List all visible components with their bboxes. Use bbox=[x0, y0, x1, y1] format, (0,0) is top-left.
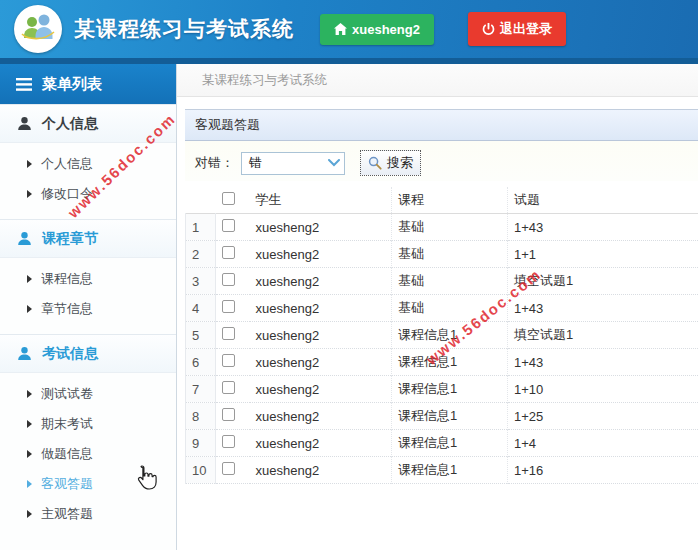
cell-course: 基础 bbox=[392, 268, 508, 295]
cell-question: 填空试题1 bbox=[508, 268, 698, 295]
person-icon bbox=[17, 116, 32, 131]
row-number: 3 bbox=[186, 268, 216, 295]
cell-student: xuesheng2 bbox=[250, 403, 392, 430]
sidebar-section-header-personal[interactable]: 个人信息 bbox=[0, 105, 176, 143]
caret-right-icon bbox=[27, 305, 32, 313]
caret-right-icon bbox=[27, 390, 32, 398]
sidebar-section-course: 课程章节 课程信息 章节信息 bbox=[0, 219, 176, 334]
table-row[interactable]: 6 xuesheng2 课程信息1 1+43 bbox=[186, 349, 698, 376]
sidebar-item-subjective-answers[interactable]: 主观答题 bbox=[0, 499, 176, 529]
row-checkbox[interactable] bbox=[222, 246, 235, 259]
row-number-header bbox=[186, 187, 216, 214]
row-number: 8 bbox=[186, 403, 216, 430]
row-number: 4 bbox=[186, 295, 216, 322]
row-number: 6 bbox=[186, 349, 216, 376]
table-row[interactable]: 2 xuesheng2 基础 1+1 bbox=[186, 241, 698, 268]
cell-student: xuesheng2 bbox=[250, 241, 392, 268]
sidebar-item-objective-answers[interactable]: 客观答题 bbox=[0, 469, 176, 499]
sidebar-item-final-exam[interactable]: 期末考试 bbox=[0, 409, 176, 439]
row-checkbox[interactable] bbox=[222, 300, 235, 313]
section-label: 个人信息 bbox=[42, 115, 98, 133]
row-checkbox[interactable] bbox=[222, 462, 235, 475]
sidebar-section-personal: 个人信息 个人信息 修改口令 bbox=[0, 104, 176, 219]
row-checkbox[interactable] bbox=[222, 435, 235, 448]
cell-question: 1+1 bbox=[508, 241, 698, 268]
home-icon bbox=[334, 23, 347, 35]
table-row[interactable]: 9 xuesheng2 课程信息1 1+4 bbox=[186, 430, 698, 457]
row-number: 9 bbox=[186, 430, 216, 457]
row-checkbox[interactable] bbox=[222, 354, 235, 367]
correctness-select-value: 错 bbox=[249, 154, 262, 172]
sidebar-section-header-exam[interactable]: 考试信息 bbox=[0, 335, 176, 373]
table-row[interactable]: 8 xuesheng2 课程信息1 1+25 bbox=[186, 403, 698, 430]
cell-student: xuesheng2 bbox=[250, 349, 392, 376]
menu-item-label: 做题信息 bbox=[41, 445, 93, 463]
cell-course: 课程信息1 bbox=[392, 403, 508, 430]
sidebar-item-course-info[interactable]: 课程信息 bbox=[0, 264, 176, 294]
cell-student: xuesheng2 bbox=[250, 214, 392, 241]
search-button[interactable]: 搜索 bbox=[360, 150, 421, 176]
cell-question: 1+25 bbox=[508, 403, 698, 430]
caret-right-icon bbox=[27, 275, 32, 283]
caret-right-icon bbox=[27, 450, 32, 458]
row-number: 7 bbox=[186, 376, 216, 403]
row-number: 2 bbox=[186, 241, 216, 268]
sidebar-item-chapter-info[interactable]: 章节信息 bbox=[0, 294, 176, 324]
table-row[interactable]: 7 xuesheng2 课程信息1 1+10 bbox=[186, 376, 698, 403]
menu-list-label: 菜单列表 bbox=[42, 75, 102, 94]
table-row[interactable]: 3 xuesheng2 基础 填空试题1 bbox=[186, 268, 698, 295]
table-row[interactable]: 10 xuesheng2 课程信息1 1+16 bbox=[186, 457, 698, 484]
cell-question: 1+43 bbox=[508, 295, 698, 322]
person-icon bbox=[17, 231, 32, 246]
select-all-checkbox[interactable] bbox=[222, 192, 235, 205]
cell-course: 基础 bbox=[392, 241, 508, 268]
table-row[interactable]: 5 xuesheng2 课程信息1 填空试题1 bbox=[186, 322, 698, 349]
caret-right-icon bbox=[27, 160, 32, 168]
table-body: 1 xuesheng2 基础 1+43 2 xuesheng2 基础 1+1 3… bbox=[186, 214, 698, 484]
correctness-select[interactable]: 错 bbox=[241, 152, 345, 175]
messenger-logo-icon bbox=[19, 10, 57, 48]
hamburger-icon bbox=[16, 78, 32, 91]
user-button[interactable]: xuesheng2 bbox=[320, 14, 434, 45]
row-checkbox[interactable] bbox=[222, 219, 235, 232]
cell-course: 基础 bbox=[392, 214, 508, 241]
row-checkbox[interactable] bbox=[222, 381, 235, 394]
cell-course: 课程信息1 bbox=[392, 322, 508, 349]
menu-item-label: 个人信息 bbox=[41, 155, 93, 173]
cell-course: 课程信息1 bbox=[392, 457, 508, 484]
cell-student: xuesheng2 bbox=[250, 457, 392, 484]
sidebar-item-change-password[interactable]: 修改口令 bbox=[0, 179, 176, 209]
row-checkbox[interactable] bbox=[222, 327, 235, 340]
row-number: 10 bbox=[186, 457, 216, 484]
menu-item-label: 客观答题 bbox=[41, 475, 93, 493]
search-button-label: 搜索 bbox=[387, 154, 413, 172]
sidebar-item-personal-info[interactable]: 个人信息 bbox=[0, 149, 176, 179]
caret-right-icon bbox=[27, 190, 32, 198]
cell-course: 课程信息1 bbox=[392, 349, 508, 376]
table-row[interactable]: 1 xuesheng2 基础 1+43 bbox=[186, 214, 698, 241]
person-icon bbox=[17, 346, 32, 361]
row-checkbox[interactable] bbox=[222, 408, 235, 421]
sidebar-section-header-course[interactable]: 课程章节 bbox=[0, 220, 176, 258]
section-label: 课程章节 bbox=[42, 230, 98, 248]
menu-item-label: 章节信息 bbox=[41, 300, 93, 318]
sidebar-item-test-paper[interactable]: 测试试卷 bbox=[0, 379, 176, 409]
menu-list-header: 菜单列表 bbox=[0, 64, 176, 104]
cell-question: 1+10 bbox=[508, 376, 698, 403]
breadcrumb: 某课程练习与考试系统 bbox=[177, 64, 698, 97]
table-row[interactable]: 4 xuesheng2 基础 1+43 bbox=[186, 295, 698, 322]
sidebar: 菜单列表 个人信息 个人信息 修改口令 bbox=[0, 64, 177, 550]
logout-button[interactable]: 退出登录 bbox=[468, 12, 566, 46]
app-logo bbox=[14, 5, 62, 53]
sidebar-section-exam: 考试信息 测试试卷 期末考试 做题信息 客观答题 bbox=[0, 334, 176, 539]
table-header-row: 学生 课程 试题 bbox=[186, 187, 698, 214]
chevron-down-icon bbox=[328, 159, 340, 167]
cell-question: 填空试题1 bbox=[508, 322, 698, 349]
row-checkbox[interactable] bbox=[222, 273, 235, 286]
menu-item-label: 测试试卷 bbox=[41, 385, 93, 403]
sidebar-item-answer-records[interactable]: 做题信息 bbox=[0, 439, 176, 469]
column-header-course: 课程 bbox=[392, 187, 508, 214]
cell-question: 1+4 bbox=[508, 430, 698, 457]
menu-item-label: 课程信息 bbox=[41, 270, 93, 288]
cell-course: 课程信息1 bbox=[392, 376, 508, 403]
